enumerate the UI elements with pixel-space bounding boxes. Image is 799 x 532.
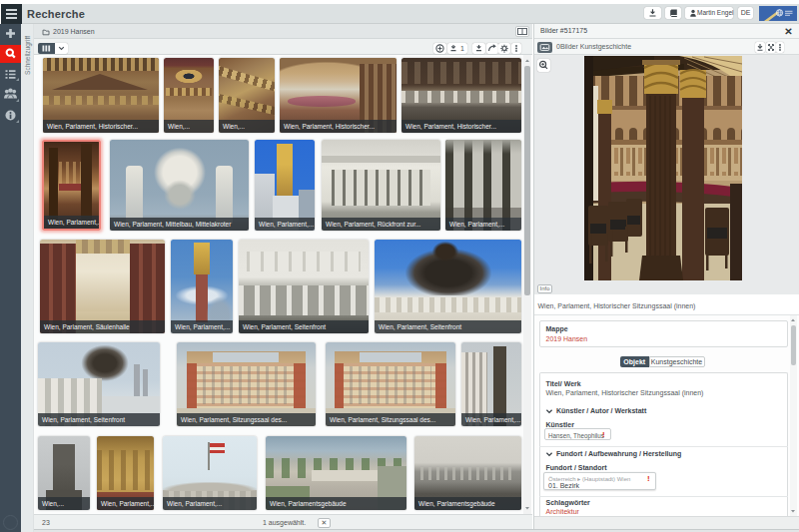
svg-text:1: 1 [460,45,464,52]
